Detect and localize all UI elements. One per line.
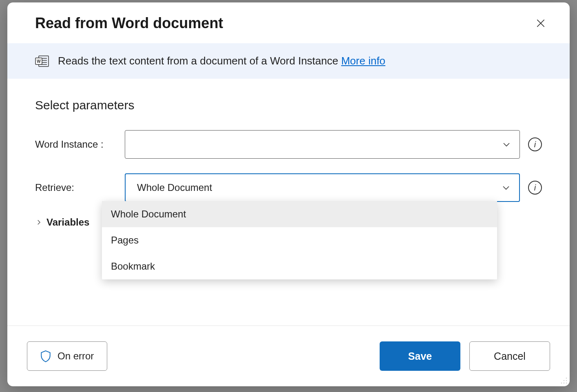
dialog-footer: On error Save Cancel — [7, 326, 570, 386]
close-icon — [535, 18, 546, 29]
info-description: Reads the text content from a document o… — [58, 55, 341, 67]
variables-label: Variables — [46, 217, 89, 228]
svg-point-10 — [566, 380, 567, 381]
param-row-word-instance: Word Instance : i — [35, 130, 542, 159]
resize-grip-icon[interactable] — [560, 376, 568, 385]
info-banner: W Reads the text content from a document… — [7, 43, 570, 79]
svg-point-11 — [564, 380, 565, 381]
retrieve-select-wrap: Whole Document Whole Document Pages Book… — [125, 173, 520, 202]
shield-icon — [40, 350, 51, 362]
dialog-header: Read from Word document — [7, 2, 570, 43]
section-heading: Select parameters — [35, 98, 542, 112]
svg-point-12 — [566, 383, 567, 384]
svg-point-13 — [564, 383, 565, 384]
dropdown-option-whole-document[interactable]: Whole Document — [102, 201, 497, 227]
chevron-down-icon — [502, 140, 511, 149]
svg-point-14 — [561, 383, 562, 384]
dialog-body: Select parameters Word Instance : i Retr… — [7, 79, 570, 326]
word-document-icon: W — [35, 55, 49, 67]
svg-text:W: W — [37, 59, 41, 64]
dropdown-option-bookmark[interactable]: Bookmark — [102, 253, 497, 279]
save-button[interactable]: Save — [380, 341, 460, 371]
retrieve-value: Whole Document — [137, 182, 212, 193]
retrieve-dropdown-list: Whole Document Pages Bookmark — [102, 201, 497, 279]
retrieve-select[interactable]: Whole Document — [125, 173, 520, 202]
chevron-down-icon — [501, 183, 511, 193]
info-text: Reads the text content from a document o… — [58, 55, 385, 67]
on-error-label: On error — [57, 350, 94, 362]
info-icon: i — [534, 183, 536, 193]
info-icon: i — [534, 140, 536, 149]
on-error-button[interactable]: On error — [27, 341, 107, 371]
dropdown-option-pages[interactable]: Pages — [102, 227, 497, 253]
chevron-right-icon — [35, 219, 42, 226]
param-row-retrieve: Retrieve: Whole Document Whole Document … — [35, 173, 542, 202]
retrieve-info-button[interactable]: i — [528, 181, 542, 195]
word-instance-select[interactable] — [125, 130, 520, 159]
retrieve-label: Retrieve: — [35, 182, 117, 193]
more-info-link[interactable]: More info — [341, 55, 385, 67]
svg-point-9 — [566, 378, 567, 379]
dialog: Read from Word document W Reads the text… — [7, 2, 570, 386]
word-instance-select-wrap — [125, 130, 520, 159]
dialog-title: Read from Word document — [35, 15, 223, 32]
cancel-button[interactable]: Cancel — [469, 341, 550, 371]
footer-buttons: Save Cancel — [380, 341, 550, 371]
close-button[interactable] — [533, 16, 548, 31]
word-instance-label: Word Instance : — [35, 139, 117, 150]
word-instance-info-button[interactable]: i — [528, 137, 542, 151]
